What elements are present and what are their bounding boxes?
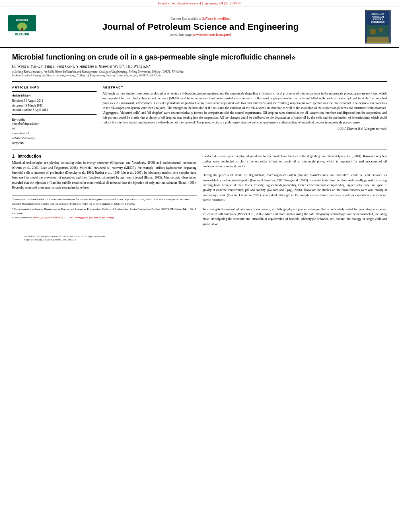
body-right-para2: During the process of crude oil degradat… bbox=[203, 173, 387, 203]
keyword-1: microbial degradation bbox=[12, 121, 97, 126]
journal-citation-text: Journal of Petroleum Science and Enginee… bbox=[158, 2, 241, 5]
sciverse-link[interactable]: SciVerse ScienceDirect bbox=[202, 17, 230, 21]
abstract-column: ABSTRACT Although various studies have b… bbox=[103, 86, 387, 146]
journal-homepage-line: journal homepage: www.elsevier.com/locat… bbox=[40, 33, 361, 37]
contents-available-line: Contents lists available at SciVerse Sci… bbox=[40, 17, 361, 21]
svg-point-12 bbox=[370, 29, 376, 35]
intro-paragraph-1: Microbial technologies are playing incre… bbox=[12, 160, 197, 190]
footnote-area: ☆Note: the GenBank/EMBL/DDBJ Accession n… bbox=[12, 195, 197, 220]
email-1: xiaolei_wu@pku.edu.cn (X.-L. Wu), bbox=[33, 216, 74, 219]
svg-text:ELSEVIER: ELSEVIER bbox=[16, 19, 28, 21]
bottom-bar: 0920-4105/$ - see front matter © 2013 El… bbox=[12, 233, 387, 243]
footnote-star-text: ☆Note: the GenBank/EMBL/DDBJ Accession n… bbox=[12, 198, 189, 205]
svg-text:SCIENCE &: SCIENCE & bbox=[372, 18, 383, 21]
keyword-5: surfactant bbox=[12, 141, 97, 146]
svg-text:JOURNAL OF: JOURNAL OF bbox=[371, 13, 384, 15]
body-columns: 1. Introduction Microbial technologies a… bbox=[12, 154, 387, 227]
email-label: E-mail addresses: bbox=[12, 216, 32, 219]
article-info-header: ARTICLE INFO bbox=[12, 86, 97, 89]
keyword-4: enhanced recovery bbox=[12, 136, 97, 141]
email-2: lwang@coe.pku.edu.cn (H. Wang). bbox=[75, 216, 114, 219]
affil-a: a Beijing Key Laboratory for Solid Waste… bbox=[12, 70, 387, 74]
svg-rect-14 bbox=[367, 37, 389, 43]
authors-line: Lu Wang a, Yue-Qin Tang a, Peng Guo a, Y… bbox=[12, 64, 387, 68]
keywords-label: Keywords: bbox=[12, 118, 97, 121]
keyword-3: microchannel bbox=[12, 131, 97, 136]
header-divider bbox=[12, 81, 387, 82]
abstract-text: Although various studies have been condu… bbox=[103, 91, 387, 125]
title-star: ☆ bbox=[291, 55, 296, 61]
history-label: Article history: bbox=[12, 94, 97, 97]
intro-para1-text: Microbial technologies are playing incre… bbox=[12, 161, 197, 189]
journal-header: ELSEVIER ELSEVIER Contents lists availab… bbox=[0, 6, 399, 48]
intro-section-title: 1. Introduction bbox=[12, 154, 197, 158]
footnote-corr-text: * Corresponding authors at: Department o… bbox=[12, 207, 196, 215]
issn-line: 0920-4105/$ - see front matter © 2013 El… bbox=[24, 235, 375, 238]
journal-title: Journal of Petroleum Science and Enginee… bbox=[40, 22, 361, 32]
body-left-column: 1. Introduction Microbial technologies a… bbox=[12, 154, 197, 227]
elsevier-logo: ELSEVIER ELSEVIER bbox=[8, 15, 36, 38]
article-info-column: ARTICLE INFO Article history: Received 1… bbox=[12, 86, 97, 146]
svg-point-13 bbox=[378, 27, 383, 32]
body-right-column: conducted to investigate the physiologic… bbox=[203, 154, 387, 227]
title-text: Microbial functioning on crude oil in a … bbox=[12, 53, 291, 61]
journal-center-block: Contents lists available at SciVerse Sci… bbox=[40, 17, 361, 37]
accepted-text: Accepted 19 March 2013 bbox=[12, 103, 97, 108]
affil-b: b Department of Energy and Resources Eng… bbox=[12, 74, 387, 77]
keywords-box: Keywords: microbial degradation oil micr… bbox=[12, 118, 97, 146]
svg-text:ENGINEERING: ENGINEERING bbox=[371, 21, 385, 23]
authors-text: Lu Wang a, Yue-Qin Tang a, Peng Guo a, Y… bbox=[12, 64, 151, 68]
svg-text:PETROLEUM: PETROLEUM bbox=[372, 16, 384, 18]
journal-citation-bar: Journal of Petroleum Science and Enginee… bbox=[0, 0, 399, 6]
body-right-para1: conducted to investigate the physiologic… bbox=[203, 154, 387, 169]
svg-rect-3 bbox=[21, 28, 23, 31]
homepage-link[interactable]: www.elsevier.com/locate/petrol bbox=[193, 33, 231, 37]
affiliations: a Beijing Key Laboratory for Solid Waste… bbox=[12, 70, 387, 77]
available-text: Available online 2 April 2013 bbox=[12, 108, 97, 112]
body-divider bbox=[12, 150, 387, 150]
section-title-text: Introduction bbox=[18, 154, 41, 158]
article-info-abstract-row: ARTICLE INFO Article history: Received 1… bbox=[12, 86, 387, 146]
section-num: 1. bbox=[12, 154, 15, 158]
article-title: Microbial functioning on crude oil in a … bbox=[12, 53, 387, 62]
copyright-text: © 2013 Elsevier B.V. All rights reserved… bbox=[103, 127, 387, 131]
main-content: Microbial functioning on crude oil in a … bbox=[0, 48, 399, 248]
keyword-2: oil bbox=[12, 126, 97, 131]
homepage-prefix: journal homepage: bbox=[170, 33, 193, 37]
journal-cover-image: JOURNAL OF PETROLEUM SCIENCE & ENGINEERI… bbox=[365, 10, 391, 44]
footnote-email: E-mail addresses: xiaolei_wu@pku.edu.cn … bbox=[12, 216, 197, 220]
footnote-star: ☆Note: the GenBank/EMBL/DDBJ Accession n… bbox=[12, 197, 197, 206]
contents-prefix: Contents lists available at bbox=[171, 17, 202, 21]
doi-line: http://dx.doi.org/10.1016/j.petrol.2013.… bbox=[24, 238, 375, 241]
body-right-para3: To investigate the microbial behaviors a… bbox=[203, 207, 387, 227]
footnote-corr: * Corresponding authors at: Department o… bbox=[12, 207, 197, 216]
article-info-box: Article history: Received 10 August 2011… bbox=[12, 91, 97, 115]
received-text: Received 10 August 2011 bbox=[12, 99, 97, 103]
svg-text:ELSEVIER: ELSEVIER bbox=[15, 33, 29, 36]
abstract-header: ABSTRACT bbox=[103, 86, 387, 89]
